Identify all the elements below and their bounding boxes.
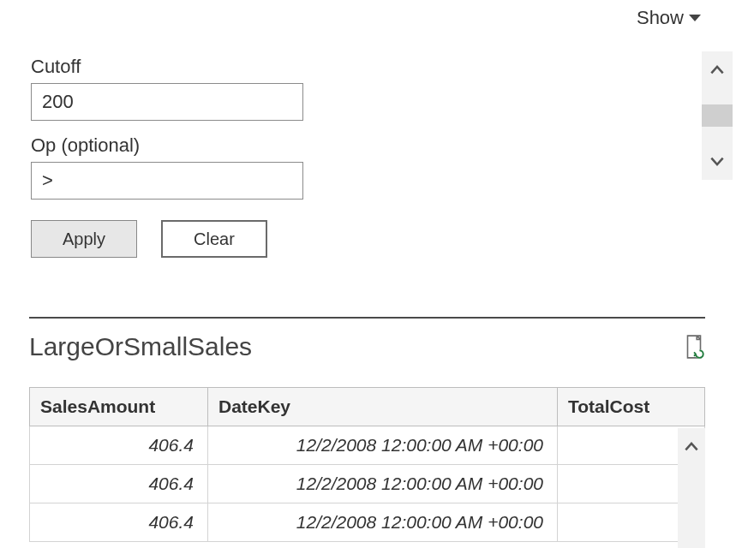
- scroll-thumb[interactable]: [702, 104, 733, 127]
- cell-datekey: 12/2/2008 12:00:00 AM +00:00: [208, 465, 558, 503]
- show-label: Show: [637, 7, 684, 29]
- chevron-down-icon: [689, 15, 701, 21]
- cutoff-input[interactable]: [31, 83, 303, 121]
- refresh-button[interactable]: [683, 334, 705, 360]
- parameters-panel: Cutoff Op (optional) Apply Clear: [31, 56, 314, 258]
- params-scrollbar[interactable]: [702, 51, 733, 180]
- refresh-icon: [683, 334, 705, 360]
- chevron-up-icon: [709, 62, 726, 79]
- col-totalcost[interactable]: TotalCost: [558, 388, 705, 426]
- cell-datekey: 12/2/2008 12:00:00 AM +00:00: [208, 503, 558, 542]
- apply-button[interactable]: Apply: [31, 220, 137, 258]
- cell-salesamount: 406.4: [30, 426, 208, 465]
- table-row[interactable]: 406.4 12/2/2008 12:00:00 AM +00:00 2: [30, 465, 705, 503]
- show-dropdown[interactable]: Show: [637, 7, 701, 29]
- table-header-row: SalesAmount DateKey TotalCost: [30, 388, 705, 426]
- chevron-down-icon: [709, 152, 726, 170]
- table-scrollbar[interactable]: [678, 428, 705, 548]
- col-salesamount[interactable]: SalesAmount: [30, 388, 208, 426]
- table-row[interactable]: 406.4 12/2/2008 12:00:00 AM +00:00 2: [30, 503, 705, 542]
- results-table: SalesAmount DateKey TotalCost 406.4 12/2…: [29, 387, 705, 542]
- cutoff-label: Cutoff: [31, 56, 314, 78]
- cell-datekey: 12/2/2008 12:00:00 AM +00:00: [208, 426, 558, 465]
- scroll-up-button[interactable]: [702, 55, 733, 86]
- chevron-up-icon: [683, 438, 700, 456]
- op-label: Op (optional): [31, 134, 314, 157]
- section-divider: [29, 317, 705, 319]
- cell-salesamount: 406.4: [30, 465, 208, 503]
- section-title: LargeOrSmallSales: [29, 332, 252, 361]
- table-row[interactable]: 406.4 12/2/2008 12:00:00 AM +00:00 2: [30, 426, 705, 465]
- scroll-down-button[interactable]: [702, 146, 733, 176]
- op-input[interactable]: [31, 162, 303, 200]
- results-table-wrap: SalesAmount DateKey TotalCost 406.4 12/2…: [29, 387, 705, 542]
- cell-salesamount: 406.4: [30, 503, 208, 542]
- scroll-up-button[interactable]: [676, 432, 707, 462]
- clear-button[interactable]: Clear: [161, 220, 267, 258]
- col-datekey[interactable]: DateKey: [208, 388, 558, 426]
